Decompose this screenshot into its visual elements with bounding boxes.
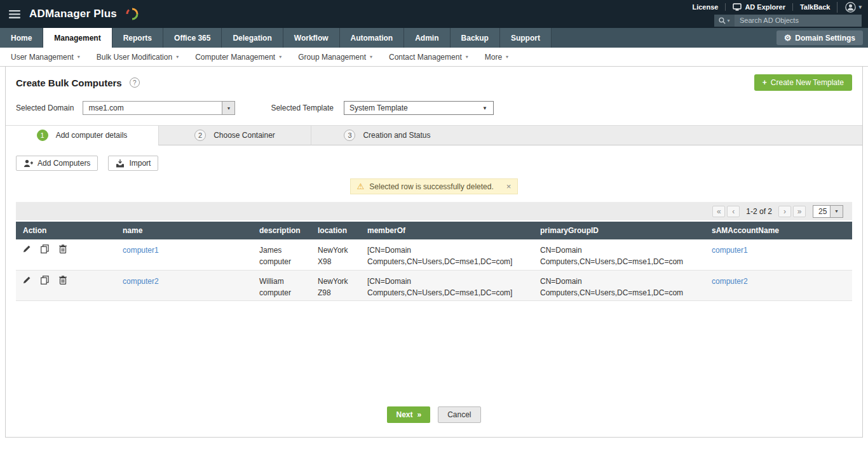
subnav-label: Group Management [298, 53, 366, 62]
previous-page-button[interactable]: ‹ [727, 206, 740, 217]
search-icon [719, 17, 726, 24]
edit-icon[interactable] [23, 245, 31, 256]
computer-name-link[interactable]: computer2 [123, 277, 159, 286]
location-cell: NewYork Z98 [311, 270, 360, 300]
edit-icon[interactable] [23, 276, 31, 287]
caret-down-icon: ▾ [370, 54, 372, 60]
samaccountname-link[interactable]: computer2 [712, 277, 748, 286]
nav-tab-workflow[interactable]: Workflow [283, 28, 340, 48]
app-logo-text: ADManager Plus [29, 8, 117, 20]
subnav-computer-management[interactable]: Computer Management ▾ [187, 48, 290, 66]
copy-icon[interactable] [41, 276, 49, 288]
nav-tab-automation[interactable]: Automation [340, 28, 405, 48]
domain-settings-label: Domain Settings [795, 34, 855, 43]
ad-explorer-label: AD Explorer [745, 3, 785, 11]
nav-tab-home[interactable]: Home [0, 28, 43, 48]
monitor-icon [733, 3, 742, 11]
nav-tab-backup[interactable]: Backup [451, 28, 500, 48]
step-number: 2 [194, 130, 206, 141]
step-add-computer-details[interactable]: 1 Add computer details [6, 126, 158, 145]
selected-domain-select[interactable]: mse1.com ▼ [83, 101, 235, 115]
nav-tab-support[interactable]: Support [500, 28, 552, 48]
nav-tab-admin[interactable]: Admin [404, 28, 450, 48]
col-name: name [116, 222, 252, 239]
subnav-bulk-user-modification[interactable]: Bulk User Modification ▾ [88, 48, 187, 66]
name-cell: computer2 [116, 270, 252, 300]
col-location: location [311, 222, 360, 239]
subnav-label: Contact Management [389, 53, 462, 62]
search-input[interactable] [735, 15, 862, 27]
subnav-contact-management[interactable]: Contact Management ▾ [381, 48, 477, 66]
samaccountname-link[interactable]: computer1 [712, 246, 748, 255]
step-number: 1 [37, 130, 48, 141]
search-bar: ▾ [714, 15, 862, 27]
top-links: License AD Explorer TalkBack ▾ [685, 2, 862, 13]
menu-icon[interactable] [8, 8, 22, 21]
create-new-template-button[interactable]: + Create New Template [754, 74, 852, 91]
wizard-steps: 1 Add computer details 2 Choose Containe… [6, 125, 862, 145]
management-subnav: User Management ▾ Bulk User Modification… [0, 48, 868, 67]
notification-banner: ⚠ Selected row is successfully deleted. … [350, 178, 519, 194]
close-icon[interactable]: × [506, 182, 512, 191]
memberof-cell: [CN=Domain Computers,CN=Users,DC=mse1,DC… [360, 270, 533, 300]
selected-template-value: System Template [344, 104, 477, 112]
nav-tab-management[interactable]: Management [43, 28, 112, 48]
ad-explorer-link[interactable]: AD Explorer [725, 3, 792, 11]
nav-tab-office365[interactable]: Office 365 [163, 28, 222, 48]
computers-table: Action name description location memberO… [16, 222, 852, 301]
delete-icon[interactable] [59, 245, 67, 257]
col-description: description [252, 222, 311, 239]
domain-settings-button[interactable]: ⚙ Domain Settings [776, 30, 863, 45]
user-menu[interactable]: ▾ [837, 2, 862, 13]
nav-tab-reports[interactable]: Reports [112, 28, 163, 48]
help-icon[interactable]: ? [130, 77, 140, 88]
page-title: Create Bulk Computers [16, 77, 122, 88]
import-icon [116, 159, 125, 168]
computer-name-link[interactable]: computer1 [123, 246, 159, 255]
last-page-button[interactable]: » [793, 206, 806, 217]
chevron-down-icon: ▾ [727, 18, 729, 23]
samaccountname-cell: computer2 [705, 270, 852, 300]
search-scope-button[interactable]: ▾ [714, 15, 735, 27]
primarygroupid-cell: CN=Domain Computers,CN=Users,DC=mse1,DC=… [533, 239, 705, 270]
subnav-label: Bulk User Modification [97, 53, 172, 62]
subnav-user-management[interactable]: User Management ▾ [3, 48, 88, 66]
step-creation-and-status[interactable]: 3 Creation and Status [311, 126, 463, 145]
add-computers-button[interactable]: Add Computers [16, 156, 98, 171]
pagination-bar: « ‹ 1-2 of 2 › » 25 ▼ [16, 202, 852, 220]
step-choose-container[interactable]: 2 Choose Container [158, 126, 311, 145]
page-size-select[interactable]: 25 ▼ [813, 205, 843, 218]
copy-icon[interactable] [41, 245, 49, 257]
talkback-link[interactable]: TalkBack [792, 3, 837, 11]
caret-down-icon: ▼ [477, 105, 493, 111]
next-button[interactable]: Next » [387, 406, 430, 423]
action-cell [16, 239, 116, 270]
brand-area: ADManager Plus [8, 8, 139, 21]
select-arrow: ▼ [222, 102, 234, 114]
primarygroupid-cell: CN=Domain Computers,CN=Users,DC=mse1,DC=… [533, 270, 705, 300]
selected-template-select[interactable]: System Template ▼ [344, 101, 494, 115]
notification-message: Selected row is successfully deleted. [369, 182, 493, 191]
import-button[interactable]: Import [108, 156, 158, 171]
table-row: computer1 James computer NewYork X98 [CN… [16, 239, 852, 270]
add-user-icon [24, 159, 33, 168]
page-size-value: 25 [813, 207, 830, 216]
table-row: computer2 William computer NewYork Z98 [… [16, 270, 852, 300]
location-cell: NewYork X98 [311, 239, 360, 270]
computers-grid: « ‹ 1-2 of 2 › » 25 ▼ Action name descri… [16, 202, 852, 301]
chevrons-right-icon: » [417, 410, 421, 419]
first-page-button[interactable]: « [712, 206, 725, 217]
nav-tab-delegation[interactable]: Delegation [222, 28, 283, 48]
warning-icon: ⚠ [357, 182, 365, 191]
subnav-group-management[interactable]: Group Management ▾ [290, 48, 381, 66]
next-label: Next [396, 410, 412, 419]
delete-icon[interactable] [59, 276, 67, 288]
license-link[interactable]: License [685, 3, 725, 11]
cancel-button[interactable]: Cancel [438, 406, 480, 423]
nav-spacer [552, 28, 771, 48]
subnav-more[interactable]: More ▾ [477, 48, 517, 66]
create-new-template-label: Create New Template [771, 78, 844, 87]
user-icon [845, 2, 856, 13]
import-label: Import [129, 159, 151, 168]
next-page-button[interactable]: › [778, 206, 791, 217]
